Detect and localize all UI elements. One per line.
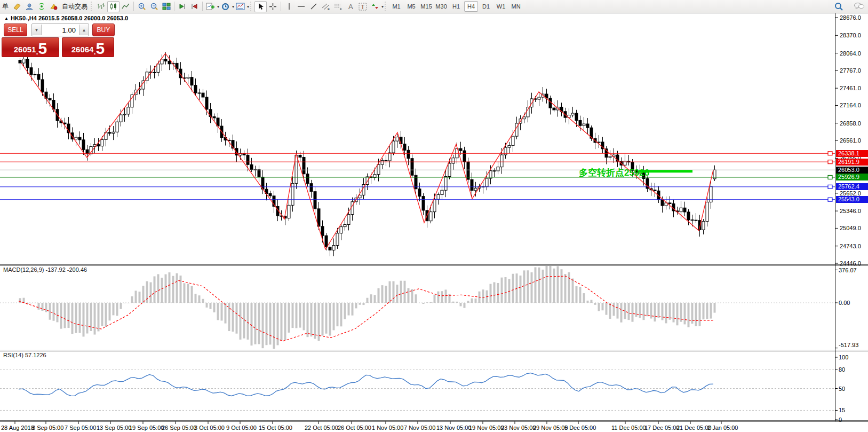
signals-icon[interactable] — [35, 1, 47, 12]
crosshair-tool-icon[interactable] — [267, 1, 279, 12]
arrows-tool-icon[interactable] — [369, 1, 381, 12]
periods-clock-icon[interactable] — [219, 1, 232, 12]
auto-trading-icon[interactable] — [47, 1, 60, 12]
text-tool-icon[interactable]: A — [344, 1, 356, 12]
time-tick-label: 1 Nov 05:00 — [372, 425, 403, 431]
price-tick-label: 26858.0 — [840, 120, 861, 127]
timeframe-button-m1[interactable]: M1 — [389, 1, 403, 12]
tile-windows-icon[interactable] — [160, 1, 172, 12]
svg-text:F: F — [340, 7, 342, 11]
time-tick-label: 15 Oct 05:00 — [259, 425, 292, 431]
price-level-badge: 25762.4 — [836, 183, 868, 190]
chat-icon[interactable] — [853, 1, 865, 12]
timeframe-button-mn[interactable]: MN — [509, 1, 523, 12]
rsi-axis-label: 50 — [839, 386, 845, 392]
zoom-out-icon[interactable] — [148, 1, 160, 12]
chart-shift-icon[interactable] — [188, 1, 201, 12]
templates-dropdown-icon[interactable]: ▾ — [247, 4, 249, 9]
timeframe-button-m30[interactable]: M30 — [434, 1, 448, 12]
symbol-arrow-icon: ▲ — [4, 16, 9, 21]
bar-chart-type-icon[interactable] — [95, 1, 107, 12]
price-level-badge: 26338.1 — [836, 150, 868, 157]
time-tick-label: 7 Nov 05:00 — [404, 425, 435, 431]
time-tick-label: 29 Nov 05:00 — [533, 425, 568, 431]
volume-decrease-button[interactable]: ▼ — [32, 25, 42, 35]
timeframe-button-h4[interactable]: H4 — [464, 1, 478, 12]
sell-price-main: 26051 — [14, 43, 36, 56]
new-order-button[interactable]: 单 — [0, 2, 11, 11]
price-tick-label: 28064.0 — [840, 50, 861, 57]
candlestick-chart-type-icon[interactable] — [107, 1, 120, 12]
rsi-label: RSI(14) 57.1226 — [3, 352, 46, 358]
time-tick-label: 19 Sep 05:00 — [129, 425, 164, 431]
price-tick-label: 25346.0 — [840, 208, 861, 214]
accounts-icon[interactable] — [23, 1, 35, 12]
timeframe-button-m5[interactable]: M5 — [404, 1, 418, 12]
market-watch-icon[interactable] — [11, 1, 23, 12]
price-level-badge: 25926.9 — [836, 174, 868, 180]
time-tick-label: 26 Oct 05:00 — [338, 425, 371, 431]
svg-text:A: A — [348, 3, 353, 10]
turning-point-annotation: 多空转折点25926 — [579, 167, 649, 179]
sell-price-button[interactable]: 26051.5 — [2, 37, 59, 57]
buy-price-main: 26064 — [71, 43, 94, 56]
sell-button[interactable]: SELL — [4, 23, 27, 36]
price-tick-label: 26561.0 — [840, 137, 861, 144]
svg-text:E: E — [328, 7, 330, 11]
price-tick-label: 28370.0 — [840, 32, 861, 38]
mt4-terminal: 单 自动交易 ▾ — [0, 0, 868, 432]
indicators-icon[interactable] — [204, 1, 217, 12]
time-tick-label: 11 Dec 05:00 — [611, 425, 646, 431]
timeframe-button-w1[interactable]: W1 — [494, 1, 508, 12]
time-tick-label: 23 Nov 05:00 — [501, 425, 536, 431]
time-tick-label: 17 Dec 05:00 — [644, 425, 679, 431]
chart-canvas[interactable] — [0, 0, 868, 432]
time-tick-label: 19 Nov 05:00 — [469, 425, 504, 431]
templates-icon[interactable] — [234, 1, 246, 12]
buy-button[interactable]: BUY — [92, 23, 115, 36]
cursor-tool-icon[interactable] — [254, 1, 267, 12]
time-tick-label: 9 Oct 05:00 — [226, 425, 257, 431]
rsi-axis-label: 100 — [839, 354, 848, 360]
trendline-tool-icon[interactable] — [307, 1, 320, 12]
time-tick-label: 7 Sep 05:00 — [65, 425, 96, 431]
volume-input[interactable] — [42, 24, 79, 36]
time-axis[interactable]: 28 Aug 20183 Sep 05:007 Sep 05:0013 Sep … — [0, 421, 868, 432]
macd-axis-label: 0.00 — [839, 300, 850, 306]
time-tick-label: 2 Jan 05:00 — [707, 425, 738, 431]
time-tick-label: 13 Sep 05:00 — [97, 425, 131, 431]
zoom-in-icon[interactable] — [136, 1, 148, 12]
price-tick-label: 25049.0 — [840, 225, 861, 231]
price-tick-label: 27164.0 — [840, 102, 861, 108]
arrows-dropdown-icon[interactable]: ▾ — [381, 4, 384, 9]
search-icon[interactable] — [833, 1, 845, 12]
timeframe-button-h1[interactable]: H1 — [449, 1, 463, 12]
auto-trading-button[interactable]: 自动交易 — [60, 2, 90, 11]
vertical-line-tool-icon[interactable] — [283, 1, 295, 12]
fibonacci-tool-icon[interactable]: F — [332, 1, 344, 12]
price-tick-label: 27767.0 — [840, 67, 861, 74]
equidistant-channel-tool-icon[interactable]: E — [320, 1, 332, 12]
buy-price-fraction: 5 — [96, 41, 105, 56]
one-click-trading-panel: SELL ▼ ▲ BUY 26051.5 26064.5 — [2, 23, 115, 57]
price-tick-label: 28676.0 — [840, 14, 861, 21]
chart-header: ▲HK50-,H4 26015.5 26058.0 26000.0 26053.… — [4, 15, 128, 21]
macd-axis-label: -517.93 — [839, 342, 858, 348]
time-tick-label: 5 Dec 05:00 — [564, 425, 596, 431]
timeframe-toolbar: M1M5M15M30H1H4D1W1MN — [389, 1, 523, 12]
horizontal-line-tool-icon[interactable] — [295, 1, 307, 12]
price-tick-label: 25652.0 — [840, 190, 861, 197]
volume-increase-button[interactable]: ▲ — [79, 25, 89, 35]
auto-scroll-icon[interactable] — [176, 1, 188, 12]
text-label-tool-icon[interactable]: T — [356, 1, 369, 12]
symbol-ohlc-text: HK50-,H4 26015.5 26058.0 26000.0 26053.0 — [11, 15, 128, 21]
buy-price-button[interactable]: 26064.5 — [62, 37, 114, 57]
timeframe-button-m15[interactable]: M15 — [419, 1, 433, 12]
price-level-badge: 25543.0 — [836, 196, 868, 203]
time-tick-label: 3 Sep 05:00 — [32, 425, 63, 431]
line-chart-type-icon[interactable] — [120, 1, 132, 12]
price-level-badge: 26053.0 — [836, 167, 868, 174]
rsi-axis-label: 15 — [839, 407, 845, 413]
price-tick-label: 27461.0 — [840, 85, 861, 91]
timeframe-button-d1[interactable]: D1 — [479, 1, 493, 12]
